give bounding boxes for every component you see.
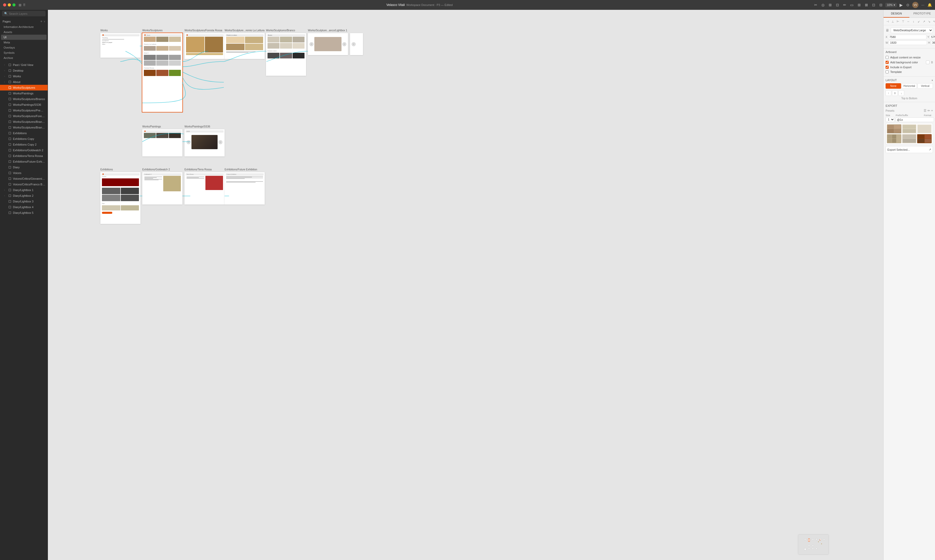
notification-icon[interactable]: 🔔 — [927, 3, 932, 7]
layout-chevron-icon[interactable]: ▾ — [932, 79, 933, 82]
w-input[interactable] — [889, 40, 927, 45]
layer-item-diary-lightbox5[interactable]: Diary/Lightbox 5 — [0, 210, 48, 215]
align-top-icon[interactable]: ⊤ — [901, 19, 905, 23]
layer-item-diary-lightbox3[interactable]: Diary/Lightbox 3 — [0, 198, 48, 204]
close-button[interactable] — [3, 3, 6, 6]
presets-list-icon[interactable]: ☰ — [924, 109, 926, 112]
layer-item-exhibitions[interactable]: Exhibitions — [0, 130, 48, 136]
artboard-goldwatch2[interactable]: Exhibitions/Goldwatch 2 Goldwatch 2 — [142, 172, 182, 205]
export-prefix-input[interactable] — [896, 117, 934, 122]
pen-icon[interactable]: ✏ — [842, 3, 847, 7]
layout-horizontal-btn[interactable]: Horizontal — [902, 83, 917, 89]
layer-item-works-paintings[interactable]: Works/Paintings — [0, 91, 48, 96]
expand-icon[interactable]: › — [4, 69, 7, 72]
minimize-button[interactable] — [8, 3, 11, 6]
add-page-icon[interactable]: + — [40, 19, 42, 23]
bg-color-swatch[interactable] — [926, 60, 930, 64]
align-top-btn[interactable]: ↑ — [886, 90, 891, 96]
layer-item-exhibitions-future[interactable]: Exhibitions/Future Exhibition — [0, 159, 48, 165]
align-icon[interactable]: ⊞ — [828, 3, 833, 7]
tidy-icon[interactable]: ↘ — [927, 19, 931, 23]
layer-item-diary-lightbox2[interactable]: ›Diary/Lightbox 2 — [0, 193, 48, 198]
artboard-future-exhibition[interactable]: Exhibitions/Future Exhibition Future Exh… — [225, 172, 265, 205]
minimap[interactable] — [798, 534, 829, 555]
scissors-icon[interactable]: ✂ — [813, 3, 818, 7]
export-selected-button[interactable]: Export Selected... ↗ — [886, 146, 933, 153]
more-icon[interactable]: ⊟ — [879, 3, 883, 7]
shape-icon[interactable]: ◎ — [821, 3, 825, 7]
layer-item-exhibitions-terra-rossa[interactable]: Exhibitions/Terra Rossa — [0, 153, 48, 159]
page-item-ui[interactable]: UI — [1, 35, 46, 40]
x-input[interactable] — [888, 35, 926, 39]
rect-icon[interactable]: ▭ — [850, 3, 854, 7]
component-icon[interactable]: ⊞ — [857, 3, 861, 7]
page-item-meta[interactable]: Meta — [1, 40, 46, 45]
layer-item-diary[interactable]: Diary — [0, 165, 48, 170]
tab-design[interactable]: DESIGN — [884, 10, 909, 18]
add-bg-color-checkbox[interactable] — [886, 61, 889, 64]
layer-item-exhibitions-copy[interactable]: Exhibitions Copy — [0, 136, 48, 142]
layer-item-diary-lightbox4[interactable]: Diary/Lightbox 4 — [0, 204, 48, 210]
expand-icon[interactable]: › — [4, 189, 7, 191]
dots-icon[interactable]: ··· — [921, 3, 925, 7]
expand-icon[interactable]: › — [4, 194, 7, 197]
layer-item-exhibitions-copy-2[interactable]: Exhibitions Copy 2 — [0, 142, 48, 148]
layer-item-voices-critics-giovanni[interactable]: Voices/Critics/Giovanni Testori — [0, 176, 48, 182]
pages-chevron-icon[interactable]: › — [44, 19, 45, 23]
include-export-checkbox[interactable] — [886, 66, 889, 69]
layer-item-diary-lightbox1[interactable]: ›Diary/Lightbox 1 — [0, 187, 48, 193]
layer-item-about[interactable]: ›About — [0, 79, 48, 85]
zoom-control[interactable]: 10% ▾ — [885, 3, 897, 7]
layer-item-works-sculptures-branco-lig2[interactable]: Works/Sculptures/Branco/Lig... — [0, 125, 48, 130]
align-right-icon[interactable]: ⊢ — [896, 19, 900, 23]
layer-item-works-sculptures-branco[interactable]: Works/Sculptures/Branco — [0, 96, 48, 102]
play-icon[interactable]: ▶ — [899, 3, 903, 7]
layer-item-exhibitions-goldwatch2[interactable]: Exhibitions/Goldwatch 2 — [0, 148, 48, 153]
artboard-works[interactable]: Works Painting Sculpture Work on paper M… — [100, 33, 140, 58]
expand-icon[interactable]: › — [4, 64, 7, 66]
layer-item-works-sculptures-branco-lig1[interactable]: Works/Sculptures/Branco/Lig... — [0, 119, 48, 125]
link-icon[interactable]: ⊠ — [864, 3, 869, 7]
export-size-select[interactable]: 1x 2x 3x — [886, 117, 895, 122]
distribute-h-icon[interactable]: ↙ — [916, 19, 921, 23]
layout-vertical-btn[interactable]: Vertical — [917, 83, 933, 89]
mirror-icon[interactable]: ⊡ — [871, 3, 876, 7]
align-bottom-btn[interactable]: ↓ — [898, 90, 904, 96]
view-icon[interactable]: ⊞ — [19, 3, 22, 7]
page-item-info-arch[interactable]: Information Architecture — [1, 24, 46, 29]
layer-item-desktop[interactable]: ›Desktop — [0, 68, 48, 74]
grid-icon[interactable]: ⠿ — [23, 3, 26, 7]
template-checkbox[interactable] — [886, 70, 889, 74]
artboard-lightbox1[interactable]: Works/Sculpture...anco/Lightbox 1 ‹ › — [308, 33, 348, 55]
device-select[interactable]: Web/Desktop/Extra Large — [891, 28, 933, 33]
h-input[interactable] — [931, 40, 935, 45]
align-center-h-icon[interactable]: ⊥ — [891, 19, 895, 23]
layer-item-works[interactable]: ›Works — [0, 74, 48, 79]
layout-none-btn[interactable]: None — [886, 83, 901, 89]
pages-controls[interactable]: + › — [40, 19, 45, 23]
tab-prototype[interactable]: PROTOTYPE — [909, 10, 935, 18]
page-item-overlays[interactable]: Overlays — [1, 45, 46, 50]
presets-edit-icon[interactable]: ✏ — [927, 109, 930, 112]
page-item-symbols[interactable]: Symbols — [1, 50, 46, 55]
canvas-area[interactable]: Works Painting Sculpture Work on paper M… — [48, 10, 883, 560]
expand-icon[interactable]: › — [4, 75, 7, 78]
search-input[interactable] — [9, 12, 43, 15]
layer-item-works-paintings-ss36[interactable]: Works/Paintings/SS36 — [0, 102, 48, 108]
distribute-v-icon[interactable]: ↗ — [922, 19, 926, 23]
layer-item-works-sculptures-foresta[interactable]: Works/Sculptures/Foresta Ro... — [0, 113, 48, 119]
fullscreen-button[interactable] — [12, 3, 15, 6]
page-item-archive[interactable]: Archive — [1, 55, 46, 60]
artboard-works-sculptures[interactable]: Works/Sculptures Board Premio La Lettura — [142, 33, 182, 112]
layer-item-voices-critics-franco[interactable]: Voices/Critics/Franco Battiato — [0, 182, 48, 187]
align-bottom-icon[interactable]: ↕ — [912, 19, 916, 23]
more-align-icon[interactable]: ↖ — [932, 19, 935, 23]
share-icon[interactable]: ⊙ — [906, 3, 910, 7]
frame-icon[interactable]: ⊡ — [835, 3, 840, 7]
layer-item-works-sculptures-premio[interactable]: Works/Sculptures/Premio La L... — [0, 108, 48, 113]
align-middle-btn[interactable]: ⇕ — [892, 90, 898, 96]
artboard-terra-rossa[interactable]: Exhibitions/Terra Rossa Terra Rossa — [184, 172, 225, 205]
artboard-exhibitions[interactable]: Exhibitions Current Past — [100, 172, 140, 224]
artboard-works-sculptures-partial[interactable]: Works/Sculp... ‹ — [350, 33, 363, 55]
expand-icon[interactable]: › — [4, 81, 7, 83]
